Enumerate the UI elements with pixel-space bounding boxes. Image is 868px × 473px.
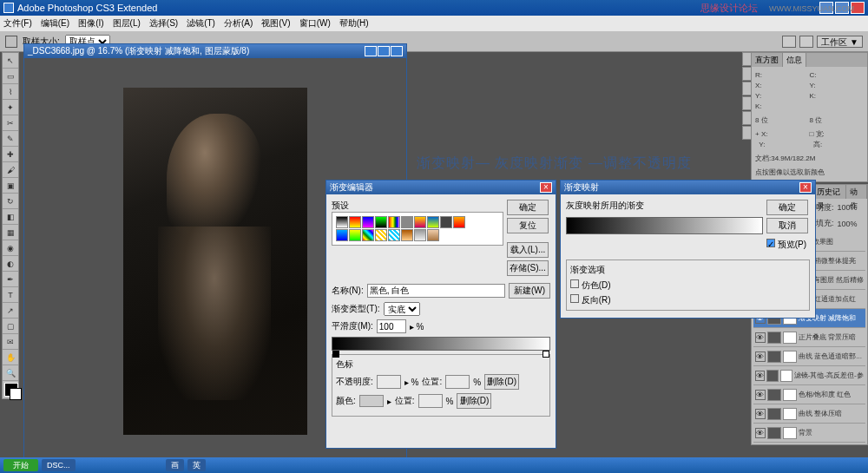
menu-select[interactable]: 选择(S) xyxy=(149,17,178,30)
save-button[interactable]: 存储(S)... xyxy=(507,260,549,276)
tab-histogram[interactable]: 直方图 xyxy=(752,53,783,67)
options-icon-2[interactable] xyxy=(799,36,813,48)
shape-tool-icon[interactable]: ▢ xyxy=(3,319,18,334)
taskbar-item-1[interactable]: DSC... xyxy=(42,459,76,471)
eyedropper-icon[interactable] xyxy=(5,36,17,48)
visibility-icon[interactable]: 👁 xyxy=(755,390,766,400)
reverse-checkbox[interactable] xyxy=(570,294,579,303)
document-titlebar[interactable]: _DSC3668.jpg @ 16.7% (渐变映射 减降饱和, 图层蒙版/8) xyxy=(24,44,406,58)
preset-swatches[interactable] xyxy=(332,212,503,246)
lang-indicator-1[interactable]: 画 xyxy=(166,459,184,471)
menu-layer[interactable]: 图层(L) xyxy=(113,17,141,30)
visibility-icon[interactable]: 👁 xyxy=(755,351,766,362)
gradient-preview-bar[interactable] xyxy=(332,337,550,351)
doc-min-icon[interactable] xyxy=(365,46,377,56)
new-button[interactable]: 新建(W) xyxy=(509,283,550,299)
layer-thumb[interactable] xyxy=(767,332,781,344)
layer-thumb[interactable] xyxy=(767,351,781,363)
layer-mask[interactable] xyxy=(783,389,797,401)
eraser-tool-icon[interactable]: ◧ xyxy=(3,209,18,225)
type-tool-icon[interactable]: T xyxy=(3,287,18,303)
menu-analysis[interactable]: 分析(A) xyxy=(224,17,253,30)
menu-view[interactable]: 视图(V) xyxy=(261,17,290,30)
layer-row[interactable]: 👁正片叠底 背景压暗 xyxy=(753,328,865,347)
lang-indicator-2[interactable]: 英 xyxy=(187,459,206,471)
tab-history[interactable]: 历史记录 xyxy=(813,185,846,199)
gradient-map-titlebar[interactable]: 渐变映射 × xyxy=(561,181,815,194)
menu-edit[interactable]: 编辑(E) xyxy=(41,17,69,30)
lasso-tool-icon[interactable]: ⌇ xyxy=(3,84,18,100)
start-button[interactable]: 开始 xyxy=(3,459,38,471)
layer-mask[interactable] xyxy=(783,427,797,439)
hand-tool-icon[interactable]: ✋ xyxy=(3,350,18,365)
ok-button[interactable]: 确定 xyxy=(507,200,549,215)
gradient-editor-titlebar[interactable]: 渐变编辑器 × xyxy=(326,181,556,194)
stamp-tool-icon[interactable]: ▣ xyxy=(3,178,18,194)
load-button[interactable]: 载入(L)... xyxy=(507,242,549,258)
layer-mask[interactable] xyxy=(780,370,792,382)
gradient-type-select[interactable]: 实底 xyxy=(384,302,420,316)
menu-filter[interactable]: 滤镜(T) xyxy=(187,17,215,30)
menu-help[interactable]: 帮助(H) xyxy=(339,17,369,30)
layer-thumb[interactable] xyxy=(766,370,779,382)
stop-color-swatch[interactable] xyxy=(359,395,384,407)
gradient-tool-icon[interactable]: ▦ xyxy=(3,225,18,240)
menu-window[interactable]: 窗口(W) xyxy=(299,17,331,30)
layer-mask[interactable] xyxy=(783,332,797,344)
ok-button[interactable]: 确定 xyxy=(766,200,808,215)
path-tool-icon[interactable]: ↗ xyxy=(3,303,18,319)
eyedropper-tool-icon[interactable]: ✎ xyxy=(3,131,18,147)
cancel-button[interactable]: 取消 xyxy=(766,218,808,233)
layer-row[interactable]: 👁滤镜-其他-高反差但-参数... xyxy=(753,366,865,385)
menu-image[interactable]: 图像(I) xyxy=(78,17,103,30)
notes-tool-icon[interactable]: ✉ xyxy=(3,334,18,350)
brush-tool-icon[interactable]: 🖌 xyxy=(3,162,18,178)
pen-tool-icon[interactable]: ✒ xyxy=(3,272,18,287)
stop-opacity-input[interactable] xyxy=(377,375,401,389)
color-swatch[interactable] xyxy=(4,383,18,397)
options-icon-1[interactable] xyxy=(782,36,796,48)
blur-tool-icon[interactable]: ◉ xyxy=(3,240,18,256)
delete-color-button[interactable]: 删除(D) xyxy=(457,393,491,409)
marquee-tool-icon[interactable]: ▭ xyxy=(3,69,18,84)
layer-thumb[interactable] xyxy=(767,427,781,439)
visibility-icon[interactable]: 👁 xyxy=(755,428,766,438)
smoothness-input[interactable] xyxy=(377,319,406,333)
wand-tool-icon[interactable]: ✦ xyxy=(3,100,18,115)
layer-thumb[interactable] xyxy=(767,408,781,420)
zoom-tool-icon[interactable]: 🔍 xyxy=(3,365,18,381)
tab-info[interactable]: 信息 xyxy=(783,53,806,67)
doc-close-icon[interactable] xyxy=(391,46,403,56)
layer-thumb[interactable] xyxy=(767,389,781,401)
history-brush-icon[interactable]: ↻ xyxy=(3,194,18,209)
delete-stop-button[interactable]: 删除(D) xyxy=(484,374,519,390)
crop-tool-icon[interactable]: ✂ xyxy=(3,115,18,131)
preview-checkbox[interactable]: ✓ xyxy=(766,239,775,247)
move-tool-icon[interactable]: ↖ xyxy=(3,53,18,69)
layer-row[interactable]: 👁曲线 蓝色通道暗部... xyxy=(753,347,865,366)
gradient-stop-left[interactable] xyxy=(332,351,339,358)
menu-file[interactable]: 文件(F) xyxy=(3,17,32,30)
color-location-input[interactable] xyxy=(418,394,443,408)
stop-location-input[interactable] xyxy=(445,375,470,389)
layer-row[interactable]: 👁背景 xyxy=(753,424,865,443)
layer-mask[interactable] xyxy=(783,351,797,363)
close-icon[interactable]: × xyxy=(799,182,812,193)
layer-row[interactable]: 👁色相/饱和度 红色 xyxy=(753,385,865,404)
dither-checkbox[interactable] xyxy=(570,279,579,288)
layer-row[interactable]: 👁曲线 整体压暗 xyxy=(753,404,865,424)
gradient-name-input[interactable] xyxy=(367,284,505,298)
visibility-icon[interactable]: 👁 xyxy=(755,409,766,419)
gradient-stop-right[interactable] xyxy=(542,351,549,358)
layer-mask[interactable] xyxy=(783,408,797,420)
cancel-button[interactable]: 复位 xyxy=(507,218,549,233)
doc-max-icon[interactable] xyxy=(378,46,390,56)
close-icon[interactable]: × xyxy=(540,182,552,193)
dodge-tool-icon[interactable]: ◐ xyxy=(3,256,18,272)
visibility-icon[interactable]: 👁 xyxy=(755,332,766,343)
tab-actions[interactable]: 动作 xyxy=(846,185,867,199)
gradient-map-bar[interactable] xyxy=(566,217,763,234)
visibility-icon[interactable]: 👁 xyxy=(755,371,765,381)
heal-tool-icon[interactable]: ✚ xyxy=(3,147,18,162)
workspace-dropdown[interactable]: 工作区 ▼ xyxy=(817,36,863,48)
